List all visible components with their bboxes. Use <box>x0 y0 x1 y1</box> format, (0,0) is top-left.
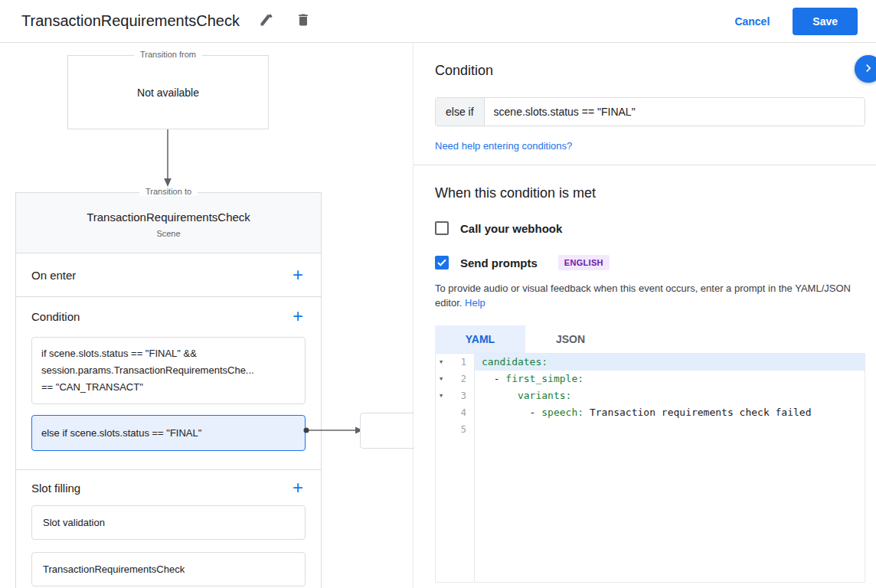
condition-input[interactable] <box>485 98 865 126</box>
slot-item[interactable]: TransactionRequirementsCheck <box>31 552 306 586</box>
line-number: 5 <box>461 424 466 435</box>
code-text: - <box>482 407 541 418</box>
code-key: variants: <box>518 390 571 401</box>
page-title: TransactionRequirementsCheck <box>21 12 240 30</box>
code-key: first_simple: <box>505 373 583 384</box>
code-line[interactable]: candidates: <box>474 354 865 371</box>
transition-to-label: Transition to <box>139 187 198 196</box>
cancel-button[interactable]: Cancel <box>725 9 779 34</box>
on-enter-row[interactable]: On enter + <box>16 253 321 297</box>
transition-from-label: Transition from <box>134 50 202 59</box>
code-text <box>482 390 518 401</box>
editor-line: 4 - speech: Transaction requirements che… <box>436 404 865 421</box>
scene-type: Scene <box>16 229 321 238</box>
chevron-right-icon <box>861 60 876 78</box>
condition-item-selected[interactable]: else if scene.slots.status == "FINAL" <box>31 415 306 451</box>
fold-toggle-icon[interactable]: ▼ <box>440 371 443 387</box>
add-slot-button[interactable]: + <box>289 479 307 497</box>
editor-gutter: ▼ 2 <box>436 371 474 387</box>
check-icon <box>437 256 446 270</box>
scene-card-header: TransactionRequirementsCheck Scene <box>16 193 321 253</box>
panel-title: Condition <box>435 63 865 79</box>
plus-icon: + <box>293 305 303 326</box>
collapse-panel-button[interactable] <box>855 55 876 83</box>
fold-toggle-icon[interactable]: ▼ <box>440 387 443 404</box>
slot-filling-label: Slot filling <box>31 482 80 495</box>
condition-panel: Condition else if Need help entering con… <box>413 43 876 588</box>
scene-name: TransactionRequirementsCheck <box>16 211 321 224</box>
send-prompts-checkbox[interactable] <box>435 256 449 270</box>
webhook-checkbox[interactable] <box>435 221 449 235</box>
code-text: - <box>482 373 505 384</box>
condition-handlers-section: When this condition is met Call your web… <box>413 165 876 583</box>
plus-icon: + <box>293 477 303 498</box>
code-line[interactable]: - speech: Transaction requirements check… <box>474 404 865 421</box>
condition-item[interactable]: if scene.slots.status == "FINAL" && sess… <box>31 337 306 404</box>
line-number: 2 <box>461 374 466 384</box>
slot-item[interactable]: Slot validation <box>31 505 306 540</box>
tab-json[interactable]: JSON <box>525 325 616 353</box>
plus-icon: + <box>293 264 303 285</box>
editor-line: ▼ 1 candidates: <box>436 354 865 371</box>
transition-from-content: Not available <box>137 87 199 99</box>
transition-from-node[interactable]: Transition from Not available <box>67 55 269 129</box>
condition-expression-row: else if <box>435 97 865 126</box>
webhook-label: Call your webhook <box>460 222 562 235</box>
header: TransactionRequirementsCheck Cancel Save <box>0 0 876 43</box>
delete-button[interactable] <box>293 11 313 31</box>
prompt-help-link[interactable]: Help <box>465 297 485 309</box>
condition-editor-section: Condition else if Need help entering con… <box>413 43 876 152</box>
edit-button[interactable] <box>257 11 276 31</box>
editor-line: ▼ 2 - first_simple: <box>436 371 865 387</box>
prompt-description-text: To provide audio or visual feedback when… <box>435 283 851 309</box>
on-enter-label: On enter <box>31 269 76 282</box>
line-number: 4 <box>461 407 466 418</box>
line-number: 1 <box>461 357 466 368</box>
language-badge: ENGLISH <box>558 255 610 270</box>
transition-to-node[interactable]: Transition to TransactionRequirementsChe… <box>15 192 322 588</box>
code-line[interactable] <box>474 421 865 438</box>
slot-filling-section-header: Slot filling + <box>16 470 321 505</box>
editor-gutter: ▼ 1 <box>436 354 474 371</box>
code-line[interactable]: variants: <box>474 387 865 404</box>
save-button[interactable]: Save <box>793 8 858 35</box>
send-prompts-label: Send prompts <box>460 256 538 270</box>
add-on-enter-button[interactable]: + <box>289 266 307 284</box>
condition-transition-connector-icon <box>302 425 364 436</box>
add-condition-button[interactable]: + <box>289 307 307 325</box>
trash-icon <box>296 12 311 30</box>
editor-gutter: 4 <box>436 404 474 421</box>
condition-section: Condition + if scene.slots.status == "FI… <box>16 297 321 470</box>
send-prompts-row: Send prompts ENGLISH <box>435 255 865 270</box>
editor-line: ▼ 3 variants: <box>436 387 865 404</box>
yaml-editor[interactable]: ▼ 1 candidates: ▼ 2 - first_simple: ▼ <box>435 353 865 583</box>
slot-filling-section: Slot filling + Slot validation Transacti… <box>16 470 321 586</box>
condition-section-label: Condition <box>31 310 80 323</box>
pencil-icon <box>259 12 274 30</box>
down-arrow-connector-icon <box>162 129 174 188</box>
fold-toggle-icon[interactable]: ▼ <box>440 354 443 371</box>
code-key: speech: <box>541 407 583 418</box>
code-text: Transaction requirements check failed <box>583 407 811 418</box>
code-line[interactable]: - first_simple: <box>474 371 865 387</box>
editor-line: 5 <box>436 421 865 438</box>
webhook-row: Call your webhook <box>435 221 865 235</box>
code-key: candidates: <box>482 356 548 368</box>
condition-prefix-label: else if <box>436 98 485 126</box>
prompt-description: To provide audio or visual feedback when… <box>435 281 865 310</box>
condition-help-link[interactable]: Need help entering conditions? <box>435 140 572 152</box>
condition-section-header: Condition + <box>16 297 321 335</box>
editor-format-tabs: YAML JSON <box>435 325 865 353</box>
editor-gutter: 5 <box>436 421 474 438</box>
when-met-title: When this condition is met <box>435 185 865 201</box>
line-number: 3 <box>461 390 466 401</box>
main-area: Transition from Not available Transition… <box>0 43 876 588</box>
tab-yaml[interactable]: YAML <box>435 325 525 353</box>
editor-gutter: ▼ 3 <box>436 387 474 404</box>
